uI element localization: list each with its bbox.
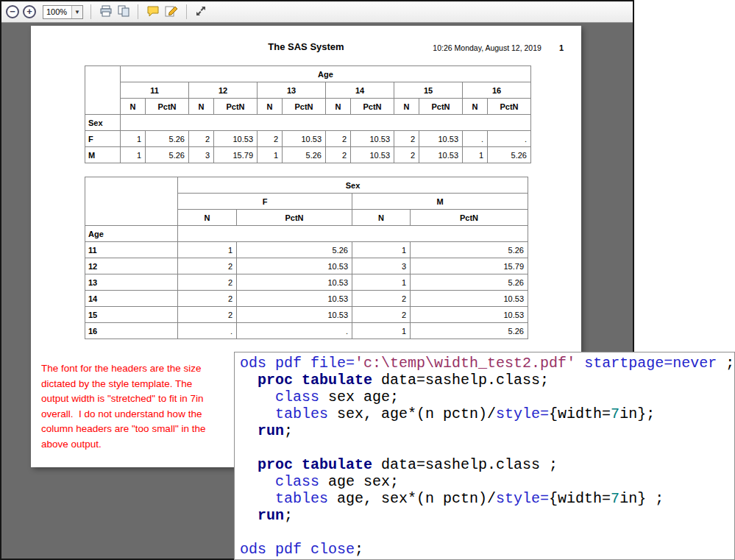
row-label-cell: M bbox=[85, 147, 121, 163]
chevron-down-icon: ▼ bbox=[71, 6, 82, 18]
toolbar-divider bbox=[138, 4, 138, 19]
comment-button[interactable] bbox=[146, 4, 160, 20]
zoom-level-dropdown[interactable]: 100% ▼ bbox=[43, 5, 83, 19]
table-row: 14210.53210.53 bbox=[85, 291, 528, 307]
code-token: sex age; bbox=[319, 389, 399, 405]
statistic-header: N bbox=[189, 99, 214, 115]
code-token: in} ; bbox=[619, 490, 664, 507]
data-cell: 1 bbox=[463, 147, 488, 163]
row-label-cell: 11 bbox=[85, 242, 178, 258]
statistic-header: PctN bbox=[283, 99, 326, 115]
table-stub-cell bbox=[85, 66, 121, 115]
page-layout-icon bbox=[118, 5, 129, 19]
code-token bbox=[240, 456, 258, 473]
data-cell: 5.26 bbox=[488, 147, 531, 163]
table-row: 13210.5315.26 bbox=[85, 274, 528, 291]
data-cell: 5.26 bbox=[237, 242, 352, 258]
annotate-button[interactable] bbox=[164, 4, 179, 20]
statistic-header: PctN bbox=[419, 99, 463, 115]
code-token: run bbox=[258, 422, 284, 439]
statistic-header: N bbox=[463, 99, 488, 115]
data-cell: 2 bbox=[394, 131, 419, 147]
code-token: ; bbox=[717, 355, 734, 372]
code-line: tables age, sex*(n pctn)/style={width=7i… bbox=[240, 490, 734, 507]
code-token: pdf bbox=[275, 541, 302, 558]
sas-code-panel: ods pdf file='c:\temp\width_test2.pdf' s… bbox=[234, 352, 735, 560]
tabulate-table-age-columns: Age111213141516NPctNNPctNNPctNNPctNNPctN… bbox=[85, 65, 531, 163]
column-group-header: 15 bbox=[394, 82, 463, 99]
data-cell: . bbox=[237, 323, 352, 339]
table-row: 16..15.26 bbox=[85, 323, 528, 339]
column-group-header: M bbox=[352, 194, 528, 210]
data-cell: 2 bbox=[352, 307, 411, 323]
code-token: 7 bbox=[611, 405, 619, 422]
code-token: 'c:\temp\width_test2.pdf' bbox=[355, 355, 575, 372]
data-cell: 2 bbox=[178, 274, 237, 291]
row-label-cell: 12 bbox=[85, 258, 178, 274]
report-meta: 10:26 Monday, August 12, 2019 1 bbox=[433, 43, 564, 52]
note-line: overall. I do not understand how the bbox=[41, 407, 205, 422]
data-cell: 5.26 bbox=[146, 147, 189, 163]
row-dimension-header: Age bbox=[85, 226, 178, 242]
code-token: run bbox=[258, 507, 284, 524]
data-cell: 3 bbox=[352, 258, 411, 274]
print-button[interactable] bbox=[99, 4, 113, 20]
note-line: The font for the headers are the size bbox=[41, 361, 205, 377]
data-cell: 15.79 bbox=[411, 258, 528, 274]
row-label-cell: 15 bbox=[85, 307, 178, 323]
code-line: ods pdf file='c:\temp\width_test2.pdf' s… bbox=[240, 355, 734, 372]
data-cell: 1 bbox=[352, 274, 411, 291]
table-row: 12210.53315.79 bbox=[85, 258, 528, 274]
row-dimension-row: Sex bbox=[85, 115, 531, 131]
table-row: 15210.53210.53 bbox=[85, 307, 528, 323]
commentary-note: The font for the headers are the sizedic… bbox=[41, 361, 205, 452]
fullscreen-button[interactable] bbox=[194, 4, 207, 20]
data-cell: 10.53 bbox=[237, 274, 352, 291]
data-cell: 2 bbox=[178, 258, 237, 274]
statistic-header: PctN bbox=[146, 99, 189, 115]
print-icon bbox=[99, 5, 113, 19]
data-cell: 10.53 bbox=[283, 131, 326, 147]
code-token: proc tabulate bbox=[258, 456, 372, 473]
code-token bbox=[302, 355, 310, 372]
code-token: ; bbox=[284, 507, 293, 524]
data-cell: 2 bbox=[189, 131, 214, 147]
note-line: above output. bbox=[41, 437, 205, 453]
comment-icon bbox=[146, 5, 160, 19]
code-token: {width= bbox=[549, 490, 611, 507]
code-line: run; bbox=[240, 422, 734, 439]
code-line bbox=[240, 524, 734, 541]
page-layout-button[interactable] bbox=[117, 4, 130, 20]
toolbar-divider bbox=[90, 4, 91, 19]
table-row: M15.26315.7915.26210.53210.5315.26 bbox=[85, 147, 531, 163]
note-line: output width is "stretched" to fit in 7i… bbox=[41, 391, 205, 407]
code-token: style= bbox=[496, 490, 549, 507]
zoom-in-button[interactable]: + bbox=[23, 5, 36, 18]
zoom-out-button[interactable]: − bbox=[6, 5, 19, 18]
statistic-header: N bbox=[326, 99, 351, 115]
column-dimension-header: Age bbox=[121, 66, 531, 82]
code-token bbox=[240, 389, 275, 405]
code-token: sex, age*(n pctn)/ bbox=[328, 405, 496, 422]
plus-icon: + bbox=[26, 7, 32, 17]
data-cell: 1 bbox=[258, 147, 283, 163]
data-cell: 10.53 bbox=[419, 147, 463, 163]
report-page-number: 1 bbox=[559, 43, 564, 52]
table-row: 1115.2615.26 bbox=[85, 242, 528, 258]
report-timestamp: 10:26 Monday, August 12, 2019 bbox=[433, 43, 542, 52]
code-token: data=sashelp.class ; bbox=[372, 456, 558, 473]
data-cell: 1 bbox=[352, 323, 411, 339]
statistic-header: N bbox=[178, 210, 237, 226]
code-line: class age sex; bbox=[240, 473, 734, 490]
row-label-cell: 13 bbox=[85, 274, 178, 291]
data-cell: 2 bbox=[326, 131, 351, 147]
data-cell: 5.26 bbox=[411, 274, 528, 291]
code-token: file= bbox=[310, 355, 355, 372]
table-row: F15.26210.53210.53210.53210.53.. bbox=[85, 131, 531, 147]
note-line: dictated by the style template. The bbox=[41, 377, 205, 392]
code-token bbox=[240, 473, 275, 490]
statistic-header: N bbox=[352, 210, 411, 226]
code-token: class bbox=[275, 473, 319, 490]
data-cell: 10.53 bbox=[237, 291, 352, 307]
viewer-toolbar: − + 100% ▼ bbox=[1, 1, 633, 23]
